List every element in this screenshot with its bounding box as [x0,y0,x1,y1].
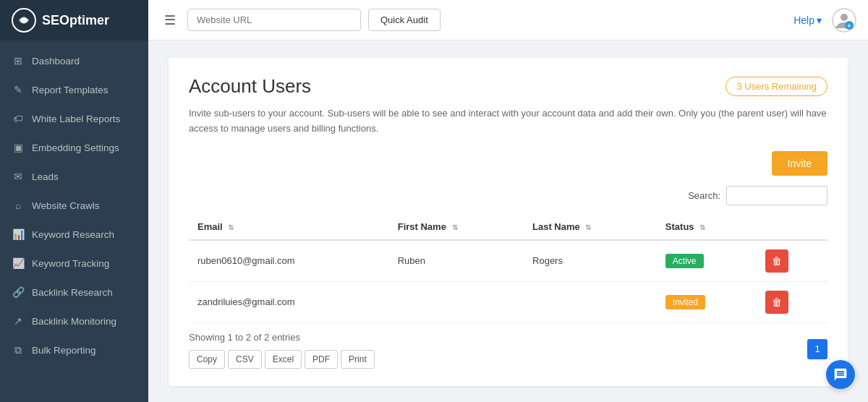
account-users-card: Account Users 3 Users Remaining Invite s… [169,58,848,386]
sidebar: SEOptimer ⊞ Dashboard ✎ Report Templates… [0,0,148,402]
layers-icon: ⧉ [12,343,25,356]
sidebar-item-keyword-research[interactable]: 📊 Keyword Research [0,220,148,249]
delete-user-button[interactable]: 🗑 [765,249,788,273]
topbar: ☰ Quick Audit Help ▾ + [148,0,868,40]
mail-icon: ✉ [12,170,25,183]
col-last-name[interactable]: Last Name ⇅ [524,214,657,240]
trending-up-icon: ↗ [12,315,25,328]
hamburger-menu-button[interactable]: ☰ [160,9,180,31]
sidebar-item-label: White Label Reports [32,114,120,124]
table-body: ruben0610@gmail.com Ruben Rogers Active … [189,240,827,323]
sort-icon-first-name: ⇅ [452,223,458,231]
search-icon: ⌕ [12,199,25,212]
sidebar-item-label: Backlink Monitoring [32,316,116,327]
search-input[interactable] [726,186,827,205]
table-header-row: Email ⇅ First Name ⇅ Last Name ⇅ Statu [189,214,827,240]
cell-status: Active [657,240,757,282]
export-print-button[interactable]: Print [341,350,375,369]
cell-status: Invited [657,281,757,322]
main-area: ☰ Quick Audit Help ▾ + Account Users 3 U… [148,0,868,402]
cell-first-name [389,281,524,322]
cell-action: 🗑 [757,240,827,282]
invite-button[interactable]: Invite [772,151,827,176]
help-menu[interactable]: Help ▾ [793,14,822,26]
footer-right: 1 [807,332,827,359]
website-url-input[interactable] [187,9,361,31]
export-csv-button[interactable]: CSV [228,350,262,369]
file-edit-icon: ✎ [12,83,25,96]
cell-action: 🗑 [757,281,827,322]
svg-text:+: + [847,22,851,30]
help-dropdown-icon: ▾ [817,14,822,26]
logo-text: SEOptimer [42,13,109,28]
quick-audit-button[interactable]: Quick Audit [368,9,441,31]
sidebar-navigation: ⊞ Dashboard ✎ Report Templates 🏷 White L… [0,40,148,402]
seoptimer-logo-icon [12,8,36,33]
sidebar-item-backlink-monitoring[interactable]: ↗ Backlink Monitoring [0,307,148,335]
showing-text: Showing 1 to 2 of 2 entries [189,332,375,343]
cell-last-name: Rogers [524,240,657,282]
delete-user-button[interactable]: 🗑 [765,291,788,314]
export-excel-button[interactable]: Excel [265,350,302,369]
link-icon: 🔗 [12,286,25,299]
users-remaining-badge: 3 Users Remaining [726,77,827,96]
user-account-icon[interactable]: + [832,8,856,33]
sidebar-item-embedding-settings[interactable]: ▣ Embedding Settings [0,133,148,162]
status-badge: Active [665,254,704,268]
main-content: Account Users 3 Users Remaining Invite s… [148,40,868,402]
cell-first-name: Ruben [389,240,524,282]
sort-icon-last-name: ⇅ [585,223,591,231]
chat-icon [833,367,848,382]
bar-chart-icon: 📊 [12,228,25,241]
sidebar-item-white-label-reports[interactable]: 🏷 White Label Reports [0,104,148,133]
table-footer: Showing 1 to 2 of 2 entries CopyCSVExcel… [189,332,827,369]
export-buttons: CopyCSVExcelPDFPrint [189,350,375,369]
tag-icon: 🏷 [12,112,25,125]
activity-icon: 📈 [12,257,25,270]
topbar-right: Help ▾ + [793,8,856,33]
col-first-name[interactable]: First Name ⇅ [389,214,524,240]
export-copy-button[interactable]: Copy [189,350,225,369]
sidebar-item-label: Keyword Research [32,229,114,240]
sidebar-item-label: Embedding Settings [32,142,119,153]
table-row: zandriluies@gmail.com Invited 🗑 [189,281,827,322]
col-actions [757,214,827,240]
sidebar-item-keyword-tracking[interactable]: 📈 Keyword Tracking [0,249,148,278]
sidebar-item-label: Backlink Research [32,287,113,298]
svg-point-1 [21,17,27,23]
sidebar-item-label: Bulk Reporting [32,345,96,356]
footer-left: Showing 1 to 2 of 2 entries CopyCSVExcel… [189,332,375,369]
cell-email: zandriluies@gmail.com [189,281,389,322]
chat-bubble-button[interactable] [826,360,855,389]
status-badge: Invited [665,295,705,309]
sidebar-item-bulk-reporting[interactable]: ⧉ Bulk Reporting [0,335,148,364]
sidebar-item-report-templates[interactable]: ✎ Report Templates [0,75,148,104]
sidebar-item-dashboard[interactable]: ⊞ Dashboard [0,46,148,75]
sidebar-item-label: Website Crawls [32,200,100,211]
cell-last-name [524,281,657,322]
page-title: Account Users [189,75,311,98]
card-description: Invite sub-users to your account. Sub-us… [189,106,827,137]
cell-email: ruben0610@gmail.com [189,240,389,282]
table-header: Email ⇅ First Name ⇅ Last Name ⇅ Statu [189,214,827,240]
pagination: 1 [807,339,827,359]
sidebar-logo: SEOptimer [0,0,148,40]
col-email[interactable]: Email ⇅ [189,214,389,240]
search-label: Search: [688,190,720,201]
export-pdf-button[interactable]: PDF [305,350,338,369]
page-1-button[interactable]: 1 [807,339,827,359]
sidebar-item-label: Dashboard [32,56,80,67]
grid-icon: ⊞ [12,54,25,67]
sidebar-item-leads[interactable]: ✉ Leads [0,162,148,191]
sidebar-item-backlink-research[interactable]: 🔗 Backlink Research [0,278,148,307]
users-table: Email ⇅ First Name ⇅ Last Name ⇅ Statu [189,214,827,323]
sidebar-item-label: Keyword Tracking [32,258,109,269]
sort-icon-email: ⇅ [228,223,234,231]
search-bar: Search: [189,186,827,205]
card-header: Account Users 3 Users Remaining [189,75,827,98]
col-status[interactable]: Status ⇅ [657,214,757,240]
card-actions: Invite [189,151,827,176]
sidebar-item-website-crawls[interactable]: ⌕ Website Crawls [0,191,148,220]
monitor-icon: ▣ [12,141,25,154]
sidebar-item-label: Report Templates [32,85,109,95]
